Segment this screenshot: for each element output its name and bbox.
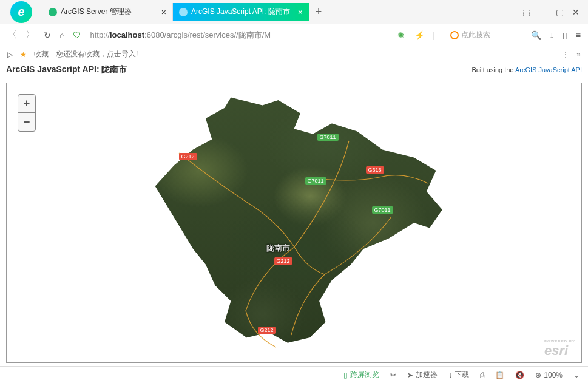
- maximize-icon[interactable]: ▢: [556, 7, 564, 17]
- map-region: G212 G7011 G7011 G316 G7011 陇南市 G212 G21…: [137, 92, 452, 353]
- tab-arcgis-server[interactable]: ArcGIS Server 管理器 ×: [42, 3, 173, 21]
- globe-icon: [179, 8, 188, 16]
- status-zoom[interactable]: ⊕100%: [535, 371, 563, 379]
- minimize-icon[interactable]: —: [539, 7, 547, 17]
- close-icon[interactable]: ×: [298, 7, 303, 17]
- close-icon[interactable]: ×: [161, 7, 166, 17]
- home-button[interactable]: ⌂: [59, 30, 64, 40]
- route-label-g212-center: G212: [274, 257, 292, 265]
- new-tab-button[interactable]: +: [309, 5, 328, 18]
- favorites-empty-hint[interactable]: 您还没有收藏，点击导入!: [56, 49, 138, 59]
- back-button[interactable]: 〈: [7, 29, 17, 41]
- search-icon[interactable]: 🔍: [531, 30, 541, 40]
- download-icon: ↓: [448, 371, 452, 379]
- more-icon[interactable]: ⋮: [562, 50, 569, 59]
- url-prefix: http://: [90, 30, 110, 39]
- clipboard-icon: 📋: [495, 371, 504, 379]
- menu-icon[interactable]: ≡: [576, 30, 581, 40]
- reload-button[interactable]: ↻: [44, 30, 51, 40]
- map-viewport[interactable]: + − G212 G7011 G7011 G316 G7011 陇南市 G212…: [6, 83, 582, 363]
- expand-icon[interactable]: »: [576, 50, 581, 59]
- shield-icon: 🛡: [73, 30, 81, 40]
- tab-label: ArcGIS JavaScript API: 陇南市: [191, 7, 294, 17]
- skin-icon[interactable]: ⬚: [522, 7, 530, 17]
- forward-button[interactable]: 〉: [25, 29, 35, 41]
- zoom-icon: ⊕: [535, 371, 541, 379]
- route-label-g7011-right: G7011: [372, 206, 393, 214]
- page-title: ArcGIS JavaScript API: 陇南市: [6, 64, 127, 75]
- printer-icon: ⎙: [480, 371, 484, 379]
- browser-logo: e: [10, 1, 32, 23]
- search-engine-icon: [450, 31, 459, 39]
- status-screenshot[interactable]: ✂: [390, 371, 396, 379]
- window-close-icon[interactable]: ✕: [572, 7, 580, 17]
- status-cross-screen[interactable]: ▯跨屏浏览: [343, 370, 379, 380]
- route-label-g7011-top: G7011: [317, 134, 339, 141]
- status-print[interactable]: ⎙: [480, 371, 484, 379]
- favorites-label[interactable]: 收藏: [34, 49, 49, 59]
- status-mute[interactable]: 🔇: [515, 371, 524, 379]
- favorites-star-icon[interactable]: ★: [20, 50, 27, 59]
- extension-bolt-icon[interactable]: ⚡: [414, 30, 424, 40]
- status-download[interactable]: ↓下载: [448, 370, 469, 380]
- status-more[interactable]: ⌄: [573, 371, 580, 379]
- rocket-icon: ➤: [407, 371, 413, 379]
- extension-aperture-icon[interactable]: ✺: [396, 30, 406, 40]
- mobile-icon[interactable]: ▯: [563, 30, 567, 40]
- mobile-icon: ▯: [343, 371, 348, 379]
- scissors-icon: ✂: [390, 371, 396, 379]
- route-label-g212-south: G212: [258, 327, 276, 334]
- download-icon[interactable]: ↓: [550, 30, 554, 40]
- speaker-icon: 🔇: [515, 371, 524, 379]
- city-label-longnan: 陇南市: [266, 243, 290, 254]
- url-path: :6080/arcgis/rest/services//陇南市/M: [144, 30, 271, 41]
- route-label-g7011-mid: G7011: [305, 177, 326, 185]
- zoom-control: + −: [18, 94, 36, 132]
- zoom-out-button[interactable]: −: [18, 113, 35, 131]
- route-label-g212-nw: G212: [179, 153, 197, 160]
- attribution: Built using the ArcGIS JavaScript API: [471, 66, 582, 73]
- status-clipboard[interactable]: 📋: [495, 371, 504, 379]
- globe-icon: [49, 8, 57, 16]
- zoom-in-button[interactable]: +: [18, 95, 35, 113]
- sidebar-toggle-icon[interactable]: ▷: [7, 50, 13, 59]
- search-placeholder: 点此搜索: [461, 30, 490, 40]
- search-input[interactable]: 点此搜索: [444, 30, 522, 40]
- chevron-icon: ⌄: [573, 371, 580, 379]
- route-label-g316: G316: [366, 166, 384, 174]
- tab-label: ArcGIS Server 管理器: [61, 7, 158, 17]
- arcgis-api-link[interactable]: ArcGIS JavaScript API: [515, 66, 582, 73]
- tab-arcgis-js-api[interactable]: ArcGIS JavaScript API: 陇南市 ×: [173, 3, 309, 21]
- url-host: localhost: [110, 30, 144, 39]
- road-layer: [137, 92, 452, 353]
- esri-logo: POWERED BY esri: [544, 339, 575, 359]
- status-accelerator[interactable]: ➤加速器: [407, 370, 438, 380]
- address-bar[interactable]: http://localhost:6080/arcgis/rest/servic…: [90, 30, 388, 41]
